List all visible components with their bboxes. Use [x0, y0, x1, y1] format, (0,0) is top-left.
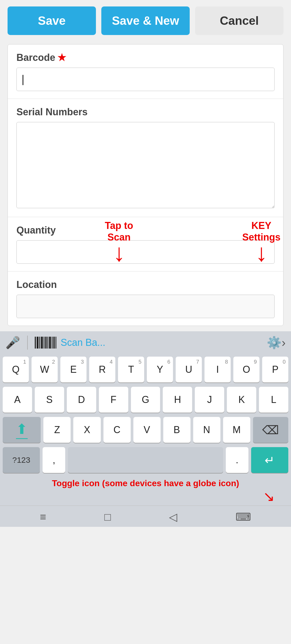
key-e[interactable]: 3E [60, 357, 86, 382]
form-container: Barcode ★ Serial Numbers Tap toScan ↓ [0, 44, 291, 326]
barcode-label: Barcode ★ [16, 52, 275, 63]
toolbar-keyboard-icon[interactable]: ⌨ [235, 511, 251, 523]
key-period[interactable]: . [226, 447, 248, 473]
key-h[interactable]: H [163, 387, 192, 413]
location-section: Location [8, 271, 283, 326]
toolbar-menu-icon[interactable]: ≡ [40, 511, 46, 523]
quantity-section: Tap toScan ↓ KEYSettings ↓ Quantity [8, 217, 283, 271]
key-n[interactable]: N [193, 417, 220, 443]
key-s[interactable]: S [35, 387, 64, 413]
location-input[interactable] [16, 295, 275, 318]
keyboard-row-2: A S D F G H J K L [0, 387, 291, 413]
key-comma[interactable]: , [43, 447, 65, 473]
save-new-button[interactable]: Save & New [101, 6, 190, 35]
serial-numbers-input[interactable] [16, 122, 275, 208]
toggle-arrow-row: ↘ [0, 488, 291, 506]
toggle-arrow-icon: ↘ [263, 488, 275, 504]
key-y[interactable]: 6Y [147, 357, 173, 382]
tap-to-scan-annotation: Tap toScan ↓ [105, 220, 133, 264]
keyboard-bar: 🎤 Scan Ba... ⚙️› [0, 331, 291, 354]
key-i[interactable]: 8I [205, 357, 231, 382]
barcode-icon [35, 337, 56, 349]
key-c[interactable]: C [103, 417, 131, 443]
barcode-required-star: ★ [57, 52, 66, 63]
key-d[interactable]: D [67, 387, 96, 413]
key-u[interactable]: 7U [176, 357, 202, 382]
keyboard-row-1: 1Q 2W 3E 4R 5T 6Y 7U 8I 9O 0P [0, 357, 291, 382]
bottom-toolbar: ≡ □ ◁ ⌨ [0, 506, 291, 527]
key-m[interactable]: M [223, 417, 250, 443]
key-f[interactable]: F [99, 387, 128, 413]
key-k[interactable]: K [227, 387, 256, 413]
key-x[interactable]: X [73, 417, 101, 443]
location-label: Location [16, 279, 275, 290]
key-a[interactable]: A [3, 387, 32, 413]
quantity-label: Quantity [16, 225, 275, 236]
serial-numbers-section: Serial Numbers [8, 99, 283, 217]
key-q[interactable]: 1Q [3, 357, 29, 382]
quantity-input[interactable] [16, 240, 275, 264]
key-space[interactable] [68, 447, 223, 473]
scan-text[interactable]: Scan Ba... [61, 337, 105, 348]
virtual-keyboard: 1Q 2W 3E 4R 5T 6Y 7U 8I 9O 0P A S D F G … [0, 354, 291, 527]
quantity-location-wrapper: Tap toScan ↓ KEYSettings ↓ Quantity Loca… [8, 217, 283, 326]
keyboard-row-4: ?123 , . ↵ [0, 447, 291, 473]
action-bar: Save Save & New Cancel [0, 0, 291, 41]
key-t[interactable]: 5T [118, 357, 144, 382]
barcode-input[interactable] [16, 68, 275, 91]
key-return[interactable]: ↵ [251, 447, 288, 473]
barcode-section: Barcode ★ [8, 44, 283, 99]
keyboard-bar-divider [27, 336, 28, 350]
key-g[interactable]: G [131, 387, 160, 413]
barcode-scan-area[interactable]: Scan Ba... [35, 337, 262, 349]
key-r[interactable]: 4R [89, 357, 115, 382]
key-v[interactable]: V [133, 417, 161, 443]
gear-icon[interactable]: ⚙️› [267, 336, 286, 350]
key-shift[interactable]: ⬆ [3, 417, 41, 443]
key-j[interactable]: J [195, 387, 224, 413]
key-backspace[interactable]: ⌫ [253, 417, 288, 443]
mic-icon[interactable]: 🎤 [5, 336, 20, 350]
cancel-button[interactable]: Cancel [195, 6, 283, 35]
form-area: Barcode ★ Serial Numbers Tap toScan ↓ [8, 44, 283, 326]
key-b[interactable]: B [163, 417, 190, 443]
key-o[interactable]: 9O [233, 357, 259, 382]
toggle-annotation-text: Toggle icon (some devices have a globe i… [0, 477, 291, 488]
key-p[interactable]: 0P [262, 357, 288, 382]
annotation-bottom: Toggle icon (some devices have a globe i… [0, 477, 291, 506]
save-button[interactable]: Save [8, 6, 96, 35]
key-settings-annotation: KEYSettings ↓ [242, 220, 280, 264]
key-z[interactable]: Z [43, 417, 71, 443]
key-l[interactable]: L [259, 387, 288, 413]
key-w[interactable]: 2W [32, 357, 58, 382]
key-123[interactable]: ?123 [3, 447, 40, 473]
toolbar-square-icon[interactable]: □ [104, 511, 111, 523]
serial-numbers-label: Serial Numbers [16, 106, 275, 118]
toolbar-back-icon[interactable]: ◁ [169, 511, 177, 523]
keyboard-row-3: ⬆ Z X C V B N M ⌫ [0, 417, 291, 443]
